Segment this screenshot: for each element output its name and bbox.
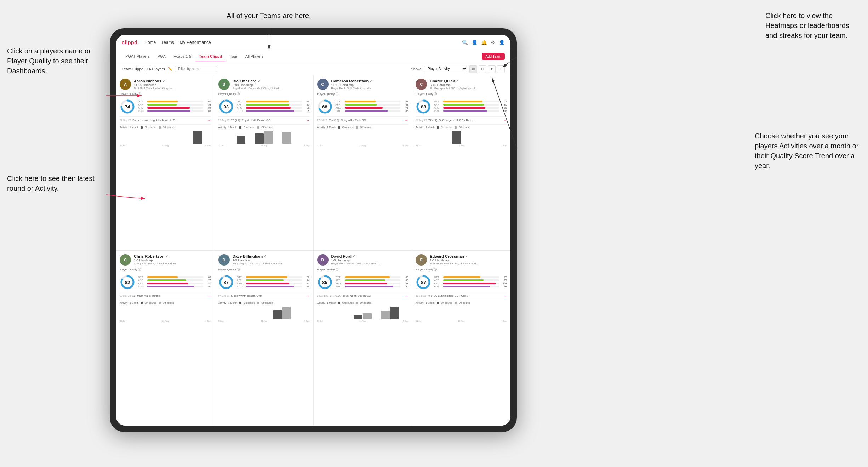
tab-hcaps[interactable]: Hcaps 1-5 [170, 52, 195, 61]
nav-home[interactable]: Home [144, 39, 156, 46]
arrow-right-icon[interactable]: → [207, 294, 211, 298]
arrow-right-icon[interactable]: → [503, 294, 507, 298]
on-course-label: On course [441, 126, 452, 129]
person-icon[interactable]: 👤 [472, 40, 478, 45]
donut-chart[interactable]: 87 [416, 274, 431, 290]
quality-score: 87 [224, 279, 229, 285]
date-mid: 21 Aug [261, 320, 267, 322]
arrow-right-icon[interactable]: → [405, 294, 408, 298]
recent-round[interactable]: 02 Jul 23 59 (+17), Craigmillar Park GC … [317, 116, 409, 122]
tab-all-players[interactable]: All Players [242, 52, 267, 61]
recent-round-text: 77 (+7), St George's Hill GC - Red... [428, 119, 502, 122]
quality-label: Player Quality ⓘ [317, 92, 409, 96]
donut-chart[interactable]: 82 [120, 274, 135, 290]
arrow-right-icon[interactable]: → [306, 118, 310, 122]
quality-section[interactable]: 68 OTT 61 APP [317, 99, 409, 114]
quality-label: Player Quality ⓘ [416, 268, 507, 272]
recent-round[interactable]: 26 Aug 23 73 (+1), Royal North Devon GC … [218, 116, 310, 122]
quality-section[interactable]: 85 OTT 89 APP [317, 274, 409, 290]
player-name[interactable]: Edward Crossman ✓ [430, 254, 507, 258]
quality-section[interactable]: 83 OTT 77 APP [416, 99, 507, 114]
recent-round[interactable]: 03 Mar 23 19, Must make putting → [120, 292, 211, 298]
player-name[interactable]: Aaron Nicholls ✓ [134, 79, 211, 83]
navbar-links: Home Teams My Performance [144, 39, 455, 46]
stat-label-app: APP [138, 103, 146, 106]
quality-section[interactable]: 82 OTT 60 APP [120, 274, 211, 290]
donut-chart[interactable]: 87 [218, 274, 234, 290]
quality-section[interactable]: 87 OTT 82 APP [218, 274, 310, 290]
quality-section[interactable]: 87 OTT 73 APP [416, 274, 507, 290]
stat-label-putt: PUTT [138, 285, 146, 288]
ipad-screen: clippd Home Teams My Performance 🔍 👤 🔔 ⚙… [116, 35, 510, 426]
quality-section[interactable]: 74 OTT 60 APP [120, 99, 211, 114]
sort-icon[interactable]: ↕ [497, 65, 505, 73]
arrow-right-icon[interactable]: → [503, 118, 507, 122]
arrow-right-icon[interactable]: → [207, 118, 211, 122]
tab-tour[interactable]: Tour [226, 52, 241, 61]
date-mid: 21 Aug [162, 320, 169, 322]
donut-chart[interactable]: 68 [317, 99, 333, 114]
filter-icon[interactable]: ▼ [488, 65, 496, 73]
brand-logo[interactable]: clippd [122, 40, 137, 45]
arrow-right-icon[interactable]: → [306, 294, 310, 298]
off-course-dot [356, 126, 358, 129]
stat-value-putt: 96 [402, 285, 408, 288]
stat-bar-bg-putt [443, 286, 499, 287]
player-club: Craigmillar Park, United Kingdom [134, 262, 183, 265]
player-name[interactable]: Blair McHarg ✓ [233, 79, 310, 83]
tab-team-clippd[interactable]: Team Clippd [195, 52, 225, 61]
stat-label-app: APP [336, 279, 343, 281]
player-name[interactable]: Cameron Robertson ✓ [331, 79, 409, 83]
show-select[interactable]: Player Activity Quality Score Trend [424, 66, 467, 72]
recent-round[interactable]: 02 Sep 23 Sunset round to get back into … [120, 116, 211, 122]
donut-chart[interactable]: 74 [120, 99, 135, 114]
stat-label-putt: PUTT [336, 110, 343, 112]
recent-round[interactable]: 26 Aug 23 84 (+12), Royal North Devon GC… [317, 292, 409, 298]
recent-round[interactable]: 04 Sep 23 Mobility with coach, Gym → [218, 292, 310, 298]
bell-icon[interactable]: 🔔 [481, 40, 487, 45]
stat-bar-fill-putt [443, 110, 487, 112]
player-name[interactable]: Dave Billingham ✓ [233, 254, 310, 258]
stat-bar-bg-ott [443, 101, 499, 102]
mini-chart [416, 130, 507, 144]
mini-chart [317, 305, 409, 319]
user-avatar-icon[interactable]: 👤 [499, 40, 505, 45]
quality-section[interactable]: 93 OTT 84 APP [218, 99, 310, 114]
recent-date: 18 Jul 23 [416, 295, 426, 297]
player-header: C Chris Robertson ✓ 1-5 Handicap Craigmi… [120, 254, 211, 266]
donut-chart[interactable]: 83 [416, 99, 431, 114]
stat-row-putt: PUTT 96 [336, 285, 409, 288]
player-name[interactable]: Chris Robertson ✓ [134, 254, 211, 258]
stat-row-ott: OTT 61 [336, 100, 409, 103]
donut-chart[interactable]: 93 [218, 99, 234, 114]
arrow-right-icon[interactable]: → [405, 118, 408, 122]
tab-pgat-players[interactable]: PGAT Players [122, 52, 153, 61]
search-input[interactable] [175, 66, 217, 72]
search-icon[interactable]: 🔍 [462, 40, 468, 45]
stat-bar-fill-ott [246, 276, 288, 278]
stat-bar-bg-putt [246, 110, 302, 112]
stat-label-app: APP [138, 279, 146, 281]
date-mid: 21 Aug [359, 320, 366, 322]
nav-teams[interactable]: Teams [161, 39, 174, 46]
donut-chart[interactable]: 85 [317, 274, 333, 290]
activity-header: Activity · 1 Month On course Off course [120, 126, 211, 129]
stat-value-app: 85 [303, 103, 310, 106]
stat-label-arg: ARG [336, 282, 343, 285]
annotation-right-2: Choose whether you see your players Acti… [755, 131, 861, 171]
recent-round[interactable]: 07 Aug 23 77 (+7), St George's Hill GC -… [416, 116, 507, 122]
stat-bar-bg-putt [246, 286, 302, 287]
player-name[interactable]: Charlie Quick ✓ [430, 79, 507, 83]
add-team-button[interactable]: Add Team [482, 53, 505, 60]
view-list-icon[interactable]: ⊟ [479, 65, 486, 73]
stat-label-app: APP [434, 279, 442, 281]
tab-pga[interactable]: PGA [154, 52, 169, 61]
edit-icon[interactable]: ✏️ [168, 67, 172, 71]
recent-round[interactable]: 18 Jul 23 74 (+3), Sunningdale GC - Old.… [416, 292, 507, 298]
stat-row-app: APP 63 [336, 103, 409, 106]
settings-icon[interactable]: ⚙ [491, 40, 495, 45]
view-grid-icon[interactable]: ⊞ [469, 65, 477, 73]
date-end: 4 Sep [403, 320, 409, 322]
nav-my-performance[interactable]: My Performance [180, 39, 211, 46]
player-name[interactable]: David Ford ✓ [331, 254, 409, 258]
